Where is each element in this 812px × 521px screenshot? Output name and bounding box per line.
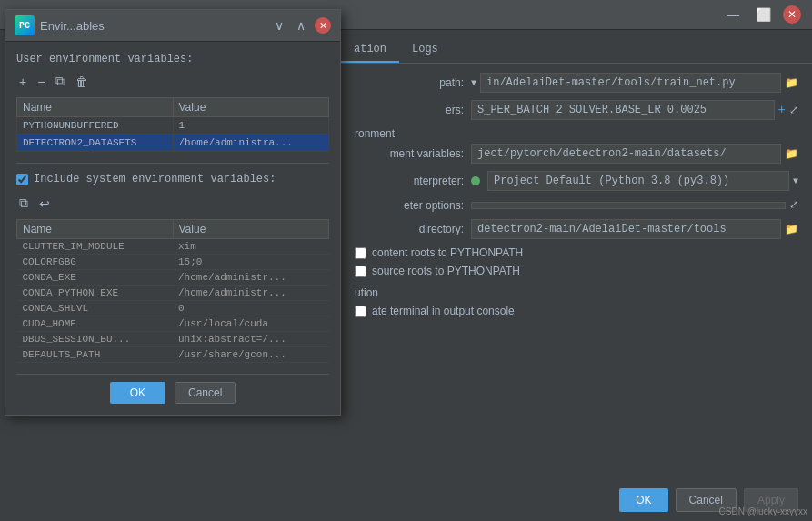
- popup-bottom-buttons: OK Cancel: [16, 374, 329, 404]
- content-roots-checkbox-row: content roots to PYTHONPATH: [355, 246, 798, 259]
- pythonunbuffered-name: PYTHONUNBUFFERED: [17, 117, 174, 135]
- user-remove-btn[interactable]: −: [35, 73, 47, 90]
- parameters-container: S_PER_BATCH 2 SOLVER.BASE_LR 0.0025 + ⤢: [471, 100, 798, 120]
- sys-row-5-value: /usr/local/cuda: [173, 316, 329, 332]
- debug-maximize-btn[interactable]: ⬜: [751, 5, 776, 24]
- env-variables-value[interactable]: ject/pytorch/detectron2-main/datasets/: [471, 144, 781, 164]
- env-body: User environment variables: + − ⧉ 🗑 Name…: [5, 42, 340, 415]
- user-toolbar: + − ⧉ 🗑: [16, 73, 329, 90]
- sys-row-4-value: 0: [173, 301, 329, 316]
- env-variables-folder-icon[interactable]: 📁: [785, 147, 798, 161]
- debug-ok-btn[interactable]: OK: [619, 488, 667, 512]
- user-table-value-header: Value: [173, 98, 329, 117]
- script-path-label: path:: [355, 76, 464, 89]
- sys-row-3-value: /home/administr...: [173, 286, 329, 301]
- user-copy-btn[interactable]: ⧉: [53, 73, 67, 90]
- sys-row-6-name: DBUS_SESSION_BU...: [17, 332, 174, 347]
- sys-toolbar: ⧉ ↩: [16, 195, 329, 212]
- list-item[interactable]: COLORFGBG 15;0: [17, 255, 329, 270]
- debug-close-btn[interactable]: ✕: [783, 5, 801, 24]
- sys-row-0-value: xim: [173, 239, 329, 255]
- interpreter-options-label: eter options:: [355, 199, 464, 212]
- parameters-value[interactable]: S_PER_BATCH 2 SOLVER.BASE_LR 0.0025: [471, 100, 775, 120]
- sys-row-2-value: /home/administr...: [173, 270, 329, 286]
- working-dir-label: directory:: [355, 223, 464, 235]
- popup-ok-btn[interactable]: OK: [110, 382, 165, 404]
- script-path-container: ▼ in/AdelaiDet-master/tools/train_net.py…: [471, 73, 798, 93]
- sys-row-0-name: CLUTTER_IM_MODULE: [17, 239, 174, 255]
- list-item[interactable]: CONDA_SHLVL 0: [17, 301, 329, 316]
- sys-row-7-value: /usr/share/gcon...: [173, 347, 329, 363]
- config-content: path: ▼ in/AdelaiDet-master/tools/train_…: [341, 64, 812, 332]
- parameters-label: ers:: [355, 104, 464, 116]
- source-roots-label: source roots to PYTHONPATH: [372, 265, 520, 277]
- table-row[interactable]: PYTHONUNBUFFERED 1: [17, 117, 329, 135]
- table-row[interactable]: DETECTRON2_DATASETS /home/administra...: [17, 135, 329, 152]
- env-variables-label: ment variables:: [355, 147, 464, 160]
- interpreter-dropdown-arrow[interactable]: ▼: [793, 176, 798, 186]
- env-popup: PC Envir...ables ∨ ∧ ✕ User environment …: [5, 9, 341, 416]
- watermark: CSDN @lucky-xxyyxx: [719, 506, 807, 516]
- env-variables-container: ject/pytorch/detectron2-main/datasets/ 📁: [471, 144, 798, 164]
- sys-row-3-name: CONDA_PYTHON_EXE: [17, 286, 174, 301]
- working-dir-container: detectron2-main/AdelaiDet-master/tools 📁: [471, 219, 798, 239]
- include-row: Include system environment variables:: [16, 173, 329, 185]
- tab-configuration[interactable]: ation: [341, 37, 399, 63]
- pythonunbuffered-value: 1: [173, 117, 329, 135]
- env-variables-row: ment variables: ject/pytorch/detectron2-…: [355, 144, 798, 164]
- script-path-value[interactable]: in/AdelaiDet-master/tools/train_net.py: [480, 73, 781, 93]
- content-roots-checkbox[interactable]: [355, 247, 366, 259]
- interpreter-label: nterpreter:: [355, 175, 464, 187]
- list-item[interactable]: CUDA_HOME /usr/local/cuda: [17, 316, 329, 332]
- sys-copy-btn[interactable]: ⧉: [16, 195, 31, 212]
- interpreter-options-row: eter options: ⤢: [355, 198, 798, 212]
- sys-row-2-name: CONDA_EXE: [17, 270, 174, 286]
- debug-minimize-btn[interactable]: —: [722, 5, 744, 24]
- working-dir-folder-icon[interactable]: 📁: [785, 223, 798, 236]
- interpreter-row: nterpreter: Project Default (Python 3.8 …: [355, 171, 798, 191]
- interpreter-options-expand[interactable]: ⤢: [789, 198, 798, 212]
- list-item[interactable]: DEFAULTS_PATH /usr/share/gcon...: [17, 347, 329, 363]
- user-table-name-header: Name: [17, 98, 174, 117]
- parameters-add-btn[interactable]: +: [778, 103, 786, 117]
- sys-row-5-name: CUDA_HOME: [17, 316, 174, 332]
- user-delete-btn[interactable]: 🗑: [73, 73, 91, 90]
- env-section-header: ronment: [355, 127, 798, 140]
- source-roots-checkbox-row: source roots to PYTHONPATH: [355, 265, 798, 277]
- user-env-label: User environment variables:: [16, 53, 329, 65]
- env-title-left: PC Envir...ables: [15, 15, 105, 35]
- interpreter-container: Project Default (Python 3.8 (py3.8)) ▼: [471, 171, 798, 191]
- popup-cancel-btn[interactable]: Cancel: [175, 382, 236, 404]
- list-item[interactable]: DBUS_SESSION_BU... unix:abstract=/...: [17, 332, 329, 347]
- env-close-btn[interactable]: ✕: [315, 17, 331, 34]
- script-path-row: path: ▼ in/AdelaiDet-master/tools/train_…: [355, 73, 798, 93]
- script-path-folder-icon[interactable]: 📁: [785, 76, 798, 90]
- path-dropdown-arrow[interactable]: ▼: [471, 78, 476, 88]
- list-item[interactable]: CONDA_PYTHON_EXE /home/administr...: [17, 286, 329, 301]
- terminal-checkbox-row: ate terminal in output console: [355, 305, 798, 317]
- terminal-label: ate terminal in output console: [372, 305, 515, 317]
- env-title-text: Envir...ables: [40, 19, 105, 33]
- list-item[interactable]: CONDA_EXE /home/administr...: [17, 270, 329, 286]
- env-minimize-btn[interactable]: ∨: [271, 17, 287, 34]
- env-maximize-btn[interactable]: ∧: [293, 17, 309, 34]
- tab-logs[interactable]: Logs: [399, 37, 451, 63]
- config-tabs: ation Logs: [341, 37, 812, 64]
- sys-row-7-name: DEFAULTS_PATH: [17, 347, 174, 363]
- working-dir-value[interactable]: detectron2-main/AdelaiDet-master/tools: [471, 219, 781, 239]
- interpreter-value[interactable]: Project Default (Python 3.8 (py3.8)): [487, 171, 789, 191]
- parameters-row: ers: S_PER_BATCH 2 SOLVER.BASE_LR 0.0025…: [355, 100, 798, 120]
- solution-section: ution: [355, 286, 798, 299]
- interpreter-options-value[interactable]: [471, 202, 786, 209]
- include-checkbox[interactable]: [16, 174, 28, 185]
- sys-undo-btn[interactable]: ↩: [36, 195, 53, 212]
- sys-table-value-header: Value: [173, 220, 329, 239]
- source-roots-checkbox[interactable]: [355, 266, 366, 277]
- terminal-checkbox[interactable]: [355, 306, 366, 317]
- user-add-btn[interactable]: +: [16, 73, 29, 90]
- env-title-bar: PC Envir...ables ∨ ∧ ✕: [5, 10, 340, 42]
- sys-row-6-value: unix:abstract=/...: [173, 332, 329, 347]
- detectron2-name: DETECTRON2_DATASETS: [17, 135, 174, 152]
- parameters-expand-btn[interactable]: ⤢: [789, 104, 798, 117]
- list-item[interactable]: CLUTTER_IM_MODULE xim: [17, 239, 329, 255]
